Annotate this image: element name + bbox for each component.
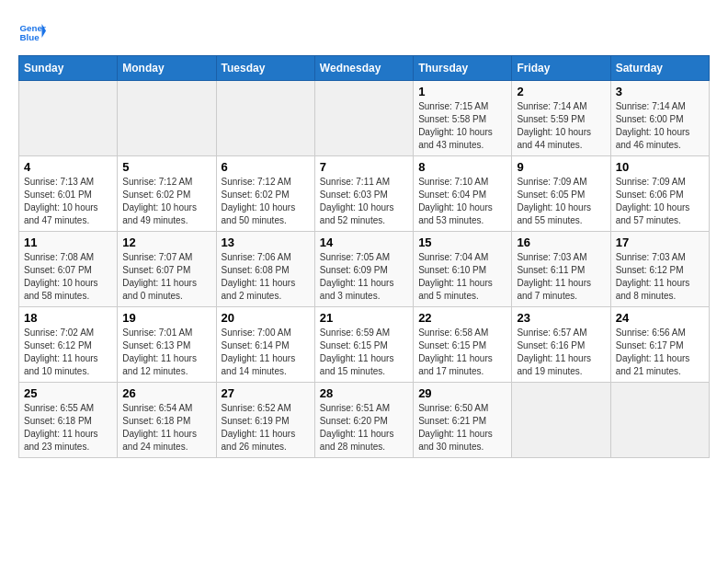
- day-info: Sunrise: 7:01 AM Sunset: 6:13 PM Dayligh…: [122, 327, 210, 378]
- calendar-cell: 26Sunrise: 6:54 AM Sunset: 6:18 PM Dayli…: [118, 383, 216, 458]
- day-number: 13: [222, 236, 310, 249]
- calendar-cell: 8Sunrise: 7:10 AM Sunset: 6:04 PM Daylig…: [414, 156, 512, 232]
- calendar-cell: 29Sunrise: 6:50 AM Sunset: 6:21 PM Dayli…: [414, 383, 512, 458]
- day-number: 9: [517, 160, 605, 174]
- logo: General Blue: [18, 18, 46, 46]
- calendar-cell: 16Sunrise: 7:03 AM Sunset: 6:11 PM Dayli…: [512, 232, 610, 307]
- calendar-cell: [314, 81, 413, 156]
- day-info: Sunrise: 6:50 AM Sunset: 6:21 PM Dayligh…: [418, 402, 506, 454]
- calendar-table: SundayMondayTuesdayWednesdayThursdayFrid…: [18, 55, 710, 458]
- day-info: Sunrise: 7:12 AM Sunset: 6:02 PM Dayligh…: [222, 176, 310, 227]
- calendar-cell: 15Sunrise: 7:04 AM Sunset: 6:10 PM Dayli…: [414, 232, 512, 307]
- day-info: Sunrise: 7:03 AM Sunset: 6:11 PM Dayligh…: [517, 251, 605, 303]
- calendar-cell: 10Sunrise: 7:09 AM Sunset: 6:06 PM Dayli…: [610, 156, 709, 232]
- day-number: 21: [320, 311, 408, 325]
- calendar-cell: 17Sunrise: 7:03 AM Sunset: 6:12 PM Dayli…: [610, 232, 709, 307]
- calendar-week: 4Sunrise: 7:13 AM Sunset: 6:01 PM Daylig…: [19, 156, 710, 232]
- day-info: Sunrise: 6:59 AM Sunset: 6:15 PM Dayligh…: [320, 327, 408, 378]
- day-info: Sunrise: 7:14 AM Sunset: 6:00 PM Dayligh…: [616, 100, 704, 152]
- logo-icon: General Blue: [18, 18, 46, 46]
- day-number: 20: [222, 311, 310, 325]
- calendar-cell: [610, 383, 709, 458]
- day-number: 1: [418, 85, 506, 98]
- calendar-cell: 5Sunrise: 7:12 AM Sunset: 6:02 PM Daylig…: [118, 156, 216, 232]
- svg-text:Blue: Blue: [20, 32, 40, 42]
- day-info: Sunrise: 6:55 AM Sunset: 6:18 PM Dayligh…: [24, 402, 112, 454]
- day-info: Sunrise: 7:00 AM Sunset: 6:14 PM Dayligh…: [222, 327, 310, 378]
- calendar-cell: 20Sunrise: 7:00 AM Sunset: 6:14 PM Dayli…: [216, 307, 314, 383]
- calendar-week: 11Sunrise: 7:08 AM Sunset: 6:07 PM Dayli…: [19, 232, 710, 307]
- calendar-cell: 25Sunrise: 6:55 AM Sunset: 6:18 PM Dayli…: [19, 383, 118, 458]
- day-info: Sunrise: 6:52 AM Sunset: 6:19 PM Dayligh…: [222, 402, 310, 454]
- day-number: 28: [320, 386, 408, 400]
- day-number: 23: [517, 311, 605, 325]
- day-info: Sunrise: 7:07 AM Sunset: 6:07 PM Dayligh…: [122, 251, 210, 303]
- calendar-cell: [19, 81, 118, 156]
- day-info: Sunrise: 7:04 AM Sunset: 6:10 PM Dayligh…: [418, 251, 506, 303]
- header-row: SundayMondayTuesdayWednesdayThursdayFrid…: [19, 56, 710, 81]
- header-day: Wednesday: [314, 56, 413, 81]
- calendar-cell: 21Sunrise: 6:59 AM Sunset: 6:15 PM Dayli…: [314, 307, 413, 383]
- day-info: Sunrise: 7:06 AM Sunset: 6:08 PM Dayligh…: [222, 251, 310, 303]
- header-day: Tuesday: [216, 56, 314, 81]
- calendar-cell: 19Sunrise: 7:01 AM Sunset: 6:13 PM Dayli…: [118, 307, 216, 383]
- day-number: 10: [616, 160, 704, 174]
- day-number: 2: [517, 85, 605, 98]
- day-number: 26: [122, 386, 210, 400]
- day-number: 22: [418, 311, 506, 325]
- day-info: Sunrise: 7:11 AM Sunset: 6:03 PM Dayligh…: [320, 176, 408, 227]
- day-info: Sunrise: 7:09 AM Sunset: 6:06 PM Dayligh…: [616, 176, 704, 227]
- day-info: Sunrise: 7:10 AM Sunset: 6:04 PM Dayligh…: [418, 176, 506, 227]
- day-number: 15: [418, 236, 506, 249]
- day-info: Sunrise: 7:13 AM Sunset: 6:01 PM Dayligh…: [24, 176, 112, 227]
- calendar-cell: 13Sunrise: 7:06 AM Sunset: 6:08 PM Dayli…: [216, 232, 314, 307]
- calendar-week: 1Sunrise: 7:15 AM Sunset: 5:58 PM Daylig…: [19, 81, 710, 156]
- day-info: Sunrise: 7:15 AM Sunset: 5:58 PM Dayligh…: [418, 100, 506, 152]
- calendar-cell: 1Sunrise: 7:15 AM Sunset: 5:58 PM Daylig…: [414, 81, 512, 156]
- calendar-cell: 6Sunrise: 7:12 AM Sunset: 6:02 PM Daylig…: [216, 156, 314, 232]
- day-number: 11: [24, 236, 112, 249]
- day-number: 4: [24, 160, 112, 174]
- day-number: 17: [616, 236, 704, 249]
- calendar-cell: 4Sunrise: 7:13 AM Sunset: 6:01 PM Daylig…: [19, 156, 118, 232]
- calendar-cell: 27Sunrise: 6:52 AM Sunset: 6:19 PM Dayli…: [216, 383, 314, 458]
- calendar-body: 1Sunrise: 7:15 AM Sunset: 5:58 PM Daylig…: [19, 81, 710, 458]
- day-number: 8: [418, 160, 506, 174]
- day-number: 19: [122, 311, 210, 325]
- day-number: 3: [616, 85, 704, 98]
- calendar-cell: 2Sunrise: 7:14 AM Sunset: 5:59 PM Daylig…: [512, 81, 610, 156]
- day-number: 7: [320, 160, 408, 174]
- calendar-header: SundayMondayTuesdayWednesdayThursdayFrid…: [19, 56, 710, 81]
- day-info: Sunrise: 7:02 AM Sunset: 6:12 PM Dayligh…: [24, 327, 112, 378]
- day-number: 12: [122, 236, 210, 249]
- header-day: Thursday: [414, 56, 512, 81]
- day-number: 14: [320, 236, 408, 249]
- day-number: 24: [616, 311, 704, 325]
- day-number: 5: [122, 160, 210, 174]
- day-info: Sunrise: 6:54 AM Sunset: 6:18 PM Dayligh…: [122, 402, 210, 454]
- calendar-cell: 18Sunrise: 7:02 AM Sunset: 6:12 PM Dayli…: [19, 307, 118, 383]
- page-header: General Blue: [18, 18, 710, 46]
- day-number: 16: [517, 236, 605, 249]
- header-day: Saturday: [610, 56, 709, 81]
- calendar-week: 18Sunrise: 7:02 AM Sunset: 6:12 PM Dayli…: [19, 307, 710, 383]
- header-day: Monday: [118, 56, 216, 81]
- header-day: Friday: [512, 56, 610, 81]
- day-info: Sunrise: 6:56 AM Sunset: 6:17 PM Dayligh…: [616, 327, 704, 378]
- calendar-cell: [118, 81, 216, 156]
- calendar-cell: 7Sunrise: 7:11 AM Sunset: 6:03 PM Daylig…: [314, 156, 413, 232]
- day-number: 6: [222, 160, 310, 174]
- day-info: Sunrise: 6:58 AM Sunset: 6:15 PM Dayligh…: [418, 327, 506, 378]
- day-info: Sunrise: 7:05 AM Sunset: 6:09 PM Dayligh…: [320, 251, 408, 303]
- calendar-week: 25Sunrise: 6:55 AM Sunset: 6:18 PM Dayli…: [19, 383, 710, 458]
- day-number: 29: [418, 386, 506, 400]
- calendar-cell: 22Sunrise: 6:58 AM Sunset: 6:15 PM Dayli…: [414, 307, 512, 383]
- calendar-cell: 12Sunrise: 7:07 AM Sunset: 6:07 PM Dayli…: [118, 232, 216, 307]
- day-info: Sunrise: 7:08 AM Sunset: 6:07 PM Dayligh…: [24, 251, 112, 303]
- header-day: Sunday: [19, 56, 118, 81]
- calendar-cell: [216, 81, 314, 156]
- calendar-cell: 14Sunrise: 7:05 AM Sunset: 6:09 PM Dayli…: [314, 232, 413, 307]
- day-info: Sunrise: 6:57 AM Sunset: 6:16 PM Dayligh…: [517, 327, 605, 378]
- day-info: Sunrise: 7:09 AM Sunset: 6:05 PM Dayligh…: [517, 176, 605, 227]
- calendar-cell: 3Sunrise: 7:14 AM Sunset: 6:00 PM Daylig…: [610, 81, 709, 156]
